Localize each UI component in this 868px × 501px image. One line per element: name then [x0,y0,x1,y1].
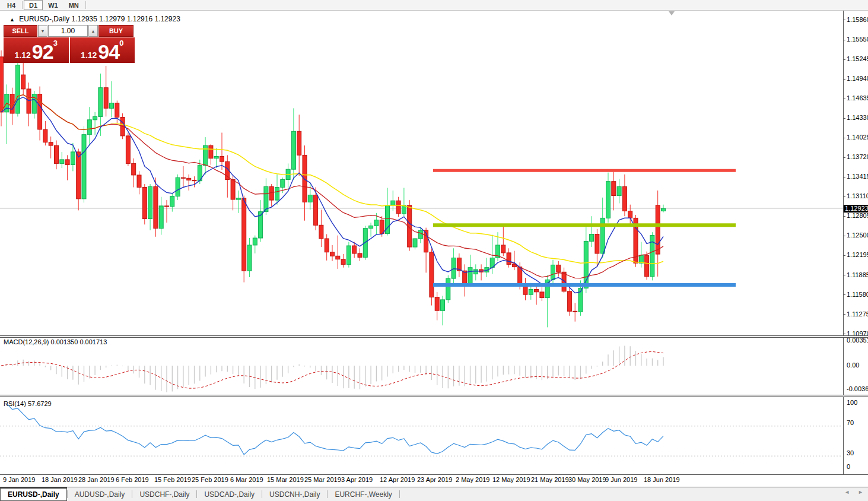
buy-price-pips: 94 [98,42,119,61]
price-axis-label: 1.15245 [847,55,868,62]
buy-price-box[interactable]: 1.12 94 0 [70,37,135,63]
chart-shift-marker[interactable] [669,11,675,15]
current-price-tag: 1.12923 [843,205,868,213]
date-axis-label: 12 May 2019 [492,476,530,483]
rsi-pane-splitter[interactable] [0,395,868,397]
rsi-label: RSI(14) 57.6729 [4,400,52,407]
indicator-axis-label: 30 [847,449,854,456]
date-axis-label: 25 Mar 2019 [304,476,341,483]
timeframe-button-mn[interactable]: MN [63,0,84,10]
buy-price-point: 0 [119,40,123,47]
chart-title: ▲ EURUSD-,Daily 1.12935 1.12979 1.12916 … [9,15,180,23]
indicator-axis-label: 0.00 [847,362,859,369]
timeframe-button-h4[interactable]: H4 [2,0,21,10]
macd-pane-splitter[interactable] [0,335,868,338]
price-axis-label: 1.15550 [847,36,868,43]
tab-scroll-left-icon[interactable]: ◄ [844,489,850,495]
indicator-axis-label: 0 [847,463,850,470]
date-axis-label: 3 Apr 2019 [341,476,373,483]
timeframe-toolbar: H4D1W1MN [0,0,868,11]
symbol-tab-5[interactable]: USDCNH-,Daily [262,487,327,501]
symbol-tab-4[interactable]: USDCAD-,Daily [197,487,262,501]
price-axis-label: 1.14025 [847,134,868,141]
date-axis-label: 6 Feb 2019 [116,476,149,483]
macd-label: MACD(12,26,9) 0.001350 0.001713 [4,338,107,345]
symbol-tab-3[interactable]: USDCHF-,Daily [132,487,196,501]
date-axis-label: 6 Mar 2019 [230,476,263,483]
sell-button[interactable]: SELL [4,25,37,37]
date-axis-label: 25 Feb 2019 [192,476,228,483]
price-axis-label: 1.15860 [847,16,868,23]
price-axis-label: 1.14330 [847,114,868,121]
date-axis-label: 12 Apr 2019 [380,476,415,483]
price-axis-label: 1.14940 [847,75,868,82]
sell-price-point: 3 [53,40,58,47]
tab-scroll-right-icon[interactable]: ► [858,489,863,495]
symbol-tab-6[interactable]: EURCHF-,Weekly [328,487,399,501]
price-axis-label: 1.11580 [847,291,868,298]
date-axis-label: 28 Jan 2019 [78,476,115,483]
one-click-trade-panel: SELL ▼ ▲ BUY 1.12 92 3 1.12 94 0 [4,25,135,63]
date-axis-label: 18 Jun 2019 [644,476,680,483]
date-axis-label: 15 Mar 2019 [267,476,304,483]
sell-price-box[interactable]: 1.12 92 3 [4,37,69,63]
price-axis-label: 1.13415 [847,173,868,180]
tab-scroll-arrows: ◄ ► [844,489,863,495]
price-axis-label: 1.12500 [847,232,868,239]
volume-input[interactable] [48,25,88,37]
indicator-axis-label: 100 [847,399,857,406]
date-axis-label: 9 Jun 2019 [605,476,637,483]
chart-tab-bar: EURUSD-,DailyAUDUSD-,DailyUSDCHF-,DailyU… [0,487,868,501]
symbol-tab-1[interactable]: EURUSD-,Daily [0,487,67,501]
chart-canvas[interactable] [0,11,868,501]
buy-price-figure: 1.12 [81,49,97,61]
ohlc-readout: 1.12935 1.12979 1.12916 1.12923 [71,15,180,23]
price-axis-label: 1.11885 [847,271,868,278]
date-axis-label: 9 Jan 2019 [3,476,35,483]
date-axis-label: 2 May 2019 [456,476,489,483]
indicator-axis-label: -0.00367 [847,385,868,392]
price-axis-label: 1.13110 [847,192,868,199]
collapse-triangle-icon[interactable]: ▲ [9,17,15,23]
date-axis-divider [0,474,868,475]
sell-price-figure: 1.12 [15,49,31,61]
date-axis-label: 18 Jan 2019 [42,476,78,483]
buy-button[interactable]: BUY [98,25,133,37]
date-axis-label: 30 May 2019 [568,476,606,483]
volume-increase-button[interactable]: ▲ [88,25,98,37]
date-axis-label: 15 Feb 2019 [154,476,191,483]
timeframe-button-d1[interactable]: D1 [24,0,43,10]
volume-decrease-button[interactable]: ▼ [38,25,47,37]
symbol-name: EURUSD-,Daily [19,15,69,23]
price-axis-label: 1.14635 [847,94,868,102]
price-axis-label: 1.12805 [847,212,868,219]
date-axis-label: 23 Apr 2019 [417,476,452,483]
indicator-axis-label: 70 [847,419,854,426]
timeframe-button-w1[interactable]: W1 [43,0,63,10]
sell-price-pips: 92 [32,42,53,61]
price-axis-label: 1.13720 [847,153,868,160]
price-axis-label: 1.11275 [847,310,868,318]
price-axis-label: 1.12195 [847,251,868,258]
terminal-window: H4D1W1MN ▲ EURUSD-,Daily 1.12935 1.12979… [0,0,868,501]
date-axis-label: 21 May 2019 [531,476,569,483]
axis-divider [843,11,844,475]
symbol-tab-2[interactable]: AUDUSD-,Daily [68,487,132,501]
